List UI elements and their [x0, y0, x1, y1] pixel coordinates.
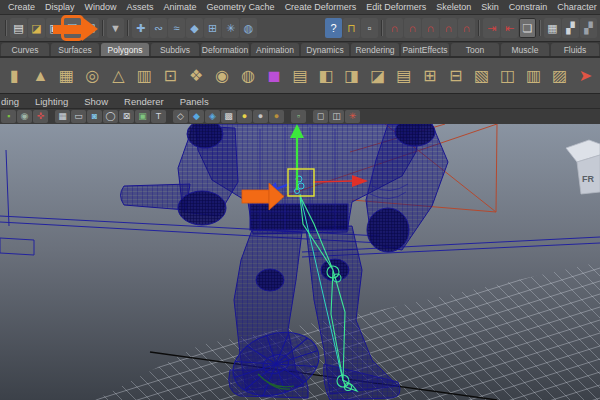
shelf-tab[interactable]: Deformation — [201, 43, 249, 56]
shelf-tab[interactable]: Surfaces — [51, 43, 99, 56]
poly-helix-icon[interactable]: ◍ — [236, 61, 261, 91]
textured-display-icon[interactable]: ◈ — [205, 110, 220, 123]
selection-mask-menu[interactable]: ▼ — [107, 18, 124, 38]
manip-x-axis[interactable] — [313, 181, 352, 182]
viewport[interactable]: FR — [0, 124, 600, 400]
plug-connections-icon[interactable]: ✳ — [345, 110, 360, 123]
select-points-mask-icon[interactable]: ✚ — [132, 18, 149, 38]
checker-display-icon[interactable]: ▩ — [221, 110, 236, 123]
soft-modification-icon[interactable]: ➤ — [573, 61, 598, 91]
poly-torus-icon[interactable]: ◎ — [80, 61, 105, 91]
shelf-tab[interactable]: Muscle — [501, 43, 549, 56]
menu-item[interactable]: Skin — [476, 2, 504, 12]
default-light-icon[interactable]: ● — [253, 110, 268, 123]
field-chart-icon[interactable]: ⊠ — [119, 110, 134, 123]
highlight-selection-icon[interactable]: ▫ — [361, 18, 378, 38]
render-current-frame-icon[interactable]: ▞ — [562, 18, 579, 38]
combine-icon[interactable]: ▤ — [287, 61, 312, 91]
append-polygon-icon[interactable]: ▧ — [469, 61, 494, 91]
extract-icon[interactable]: ◧ — [313, 61, 338, 91]
film-gate-icon[interactable]: ▭ — [71, 110, 86, 123]
select-deformations-mask-icon[interactable]: ⊞ — [204, 18, 221, 38]
shelf: ▮▲▦◎△▥⊡❖◉◍◼▤◧◨◪▤⊞⊟▧◫▥▨➤ — [0, 56, 600, 93]
menu-item[interactable]: Character — [552, 2, 600, 12]
bevel-icon[interactable]: ▥ — [521, 61, 546, 91]
merge-vertices-icon[interactable]: ⊞ — [417, 61, 442, 91]
select-rendering-mask-icon[interactable]: ◍ — [240, 18, 257, 38]
menu-item[interactable]: Animate — [159, 2, 202, 12]
panel-menu-item[interactable]: Panels — [172, 96, 217, 107]
bookmark-icon[interactable]: ✜ — [33, 110, 48, 123]
select-curves-mask-icon[interactable]: ≈ — [168, 18, 185, 38]
isolate-add-icon[interactable]: ◫ — [329, 110, 344, 123]
shelf-tab[interactable]: Curves — [1, 43, 49, 56]
select-handles-mask-icon[interactable]: ∾ — [150, 18, 167, 38]
split-polygon-icon[interactable]: ◨ — [339, 61, 364, 91]
shelf-tab[interactable]: Toon — [451, 43, 499, 56]
panel-menu-item[interactable]: ding — [0, 96, 27, 107]
highlight-selection-mode-icon[interactable]: ▫ — [291, 110, 306, 123]
poly-cylinder-icon[interactable]: ▮ — [2, 61, 27, 91]
panel-menu-item[interactable]: Show — [76, 96, 116, 107]
partial-edge-icon[interactable]: ▪ — [1, 110, 16, 123]
grid-toggle-icon[interactable]: ▦ — [55, 110, 70, 123]
no-lights-icon[interactable]: ● — [269, 110, 284, 123]
poly-pyramid-icon[interactable]: △ — [106, 61, 131, 91]
output-connections-icon[interactable]: ⇤ — [501, 18, 518, 38]
poly-boolean-icon[interactable]: ◼ — [262, 61, 287, 91]
poly-platonic-icon[interactable]: ⊡ — [158, 61, 183, 91]
construction-history-icon[interactable]: ❏ — [519, 18, 536, 38]
wireframe-display-icon[interactable]: ◇ — [173, 110, 188, 123]
ipr-render-icon[interactable]: ▞ — [580, 18, 597, 38]
quad-draw-icon[interactable]: ❖ — [184, 61, 209, 91]
open-scene-icon[interactable]: ◪ — [28, 18, 45, 38]
select-surfaces-mask-icon[interactable]: ◆ — [186, 18, 203, 38]
resolution-gate-icon[interactable]: ◙ — [87, 110, 102, 123]
shelf-tab[interactable]: Rendering — [351, 43, 399, 56]
safe-action-icon[interactable]: ▣ — [135, 110, 150, 123]
bridge-icon[interactable]: ▤ — [391, 61, 416, 91]
poly-sphere-icon[interactable]: ◉ — [210, 61, 235, 91]
menu-item[interactable]: Geometry Cache — [202, 2, 280, 12]
lock-selection-icon[interactable]: ⊓ — [343, 18, 360, 38]
poly-plane-icon[interactable]: ▦ — [54, 61, 79, 91]
menu-item[interactable]: Edit Deformers — [361, 2, 431, 12]
select-dynamics-mask-icon[interactable]: ✳ — [222, 18, 239, 38]
isolate-select-icon[interactable]: ◻ — [313, 110, 328, 123]
snap-to-point-icon[interactable]: ∩ — [422, 18, 439, 38]
menu-item[interactable]: Create Deformers — [280, 2, 362, 12]
snap-to-live-icon[interactable]: ∩ — [458, 18, 475, 38]
snap-to-grid-icon[interactable]: ∩ — [386, 18, 403, 38]
smooth-shade-display-icon[interactable]: ◆ — [189, 110, 204, 123]
poly-pipe-icon[interactable]: ▥ — [132, 61, 157, 91]
menu-item[interactable]: Create — [3, 2, 40, 12]
panel-menu-item[interactable]: Renderer — [116, 96, 172, 107]
menu-item[interactable]: Skeleton — [431, 2, 476, 12]
menu-item[interactable]: Assets — [122, 2, 159, 12]
new-scene-icon[interactable]: ▤ — [10, 18, 27, 38]
shelf-tab[interactable]: PaintEffects — [401, 43, 449, 56]
menu-item[interactable]: Display — [40, 2, 80, 12]
smooth-icon[interactable]: ◪ — [365, 61, 390, 91]
poly-edit-icon[interactable]: ▨ — [547, 61, 572, 91]
shelf-tab[interactable]: Fluids — [551, 43, 599, 56]
snap-to-curve-icon[interactable]: ∩ — [404, 18, 421, 38]
render-view-icon[interactable]: ▦ — [544, 18, 561, 38]
menu-item[interactable]: Constrain — [504, 2, 553, 12]
use-all-lights-icon[interactable]: ● — [237, 110, 252, 123]
shelf-tab[interactable]: Animation — [251, 43, 299, 56]
detach-component-icon[interactable]: ⊟ — [443, 61, 468, 91]
input-connections-icon[interactable]: ⇥ — [483, 18, 500, 38]
gate-mask-icon[interactable]: ◯ — [103, 110, 118, 123]
menu-item[interactable]: Window — [80, 2, 122, 12]
help-icon[interactable]: ? — [325, 18, 342, 38]
safe-title-icon[interactable]: T — [151, 110, 166, 123]
snap-to-plane-icon[interactable]: ∩ — [440, 18, 457, 38]
shelf-tab[interactable]: Dynamics — [301, 43, 349, 56]
panel-menu-item[interactable]: Lighting — [27, 96, 76, 107]
camera-attributes-icon[interactable]: ◉ — [17, 110, 32, 123]
extrude-icon[interactable]: ◫ — [495, 61, 520, 91]
poly-cone-icon[interactable]: ▲ — [28, 61, 53, 91]
shelf-tab[interactable]: Polygons — [101, 43, 149, 56]
shelf-tab[interactable]: Subdivs — [151, 43, 199, 56]
